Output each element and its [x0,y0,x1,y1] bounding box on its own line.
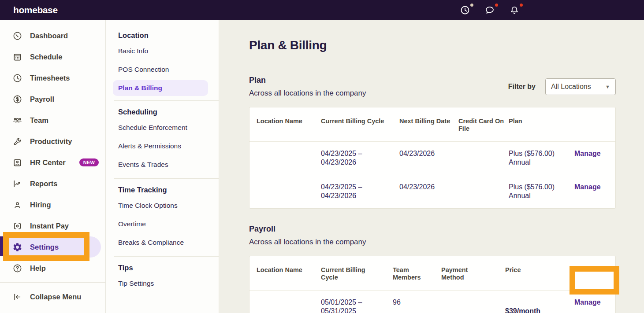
clock-icon [12,73,22,83]
plan-cell: Plus ($576.00) Annual [509,175,574,208]
manage-plan-link[interactable]: Manage [574,175,615,208]
active-indicator-bar [0,236,4,256]
manage-plan-link[interactable]: Manage [574,142,615,175]
dashboard-icon [12,31,22,41]
chart-icon [12,179,22,189]
settings-subnav: Location Basic Info POS Connection Plan … [106,20,219,313]
location-filter-select[interactable]: All Locations ▼ [545,78,616,95]
subnav-item-time-clock-options[interactable]: Time Clock Options [118,196,208,215]
subnav-item-breaks-compliance[interactable]: Breaks & Compliance [118,233,208,252]
billing-cycle-cell: 05/01/2025 – 05/31/2025 [321,291,393,313]
payroll-table-row: 05/01/2025 – 05/31/2025 96 $39/month +$6… [249,290,615,313]
subnav-heading-scheduling: Scheduling [118,107,208,117]
team-members-cell: 96 [393,291,441,313]
person-icon [12,200,22,210]
sidebar-item-reports[interactable]: Reports [0,173,105,194]
billing-cycle-cell: 04/23/2025 – 04/23/2026 [321,142,399,175]
subnav-item-basic-info[interactable]: Basic Info [118,42,208,60]
notifications-icon[interactable] [509,5,520,15]
subnav-divider [114,100,219,101]
payment-method-cell [441,291,505,313]
subnav-item-alerts-permissions[interactable]: Alerts & Permissions [118,137,208,155]
price-primary: $39/month [505,307,570,313]
next-billing-date-cell: 04/23/2026 [399,175,458,208]
title-divider [238,64,627,64]
price-cell: $39/month +$6/team member paid [505,291,574,313]
plan-cell: Plus ($576.00) Annual [509,142,574,175]
plan-table: Location Name Current Billing Cycle Next… [249,107,616,209]
subnav-heading-location: Location [118,30,208,40]
time-clock-icon[interactable] [460,5,470,15]
subnav-item-overtime[interactable]: Overtime [118,215,208,233]
messages-badge [495,4,498,7]
messages-icon[interactable] [484,5,495,15]
sidebar-divider [0,282,105,283]
plan-heading: Plan [249,76,366,85]
subnav-item-plan-billing[interactable]: Plan & Billing [113,80,208,96]
time-clock-badge [470,4,473,7]
plan-section: Plan Across all locations in the company… [249,76,616,209]
payroll-section: Payroll Across all locations in the comp… [249,225,616,313]
sidebar-item-productivity[interactable]: Productivity [0,131,105,152]
plan-subheading: Across all locations in the company [249,89,366,98]
payroll-heading: Payroll [249,225,616,234]
subnav-item-schedule-enforcement[interactable]: Schedule Enforcement [118,118,208,137]
sidebar-item-payroll[interactable]: Payroll [0,88,105,110]
filter-by-label: Filter by [508,83,536,91]
sidebar-item-settings[interactable]: Settings [4,236,101,258]
new-badge: NEW [79,158,99,166]
manage-payroll-link[interactable]: Manage [574,291,615,313]
sidebar-item-hr-center[interactable]: HR Center NEW [0,152,105,173]
topbar: homebase [0,0,644,20]
subnav-divider [114,256,219,257]
sidebar-item-timesheets[interactable]: Timesheets [0,67,105,88]
filter-selected-value: All Locations [551,83,591,91]
homebase-logo: homebase [13,5,58,15]
plan-table-row: 04/23/2025 – 04/23/2026 04/23/2026 Plus … [249,175,615,208]
plan-table-row: 04/23/2025 – 04/23/2026 04/23/2026 Plus … [249,141,615,175]
collapse-icon [12,292,22,302]
location-name-cell [249,142,321,175]
next-billing-date-cell: 04/23/2026 [399,142,458,175]
subnav-item-events-trades[interactable]: Events & Trades [118,155,208,174]
team-icon [12,115,22,125]
question-icon [12,263,22,273]
hr-card-icon [12,158,22,168]
location-name-cell [249,175,321,208]
page-title: Plan & Billing [249,38,616,52]
sidebar-item-dashboard[interactable]: Dashboard [0,25,105,46]
sidebar-item-instant-pay[interactable]: Instant Pay [0,215,105,236]
sidebar-item-help[interactable]: Help [0,258,105,279]
credit-card-cell [458,175,509,208]
payroll-subheading: Across all locations in the company [249,238,616,247]
main-content: Plan & Billing Plan Across all locations… [219,20,644,313]
subnav-divider [114,178,219,179]
subnav-item-tip-settings[interactable]: Tip Settings [118,274,208,293]
sidebar-item-schedule[interactable]: Schedule [0,46,105,67]
main-sidebar: Dashboard Schedule Timesheets Payroll Te… [0,20,106,313]
subnav-item-pos-connection[interactable]: POS Connection [118,60,208,79]
payroll-table: Location Name Current Billing Cycle Team… [249,256,616,313]
topbar-icons [460,5,520,15]
payroll-table-header: Location Name Current Billing Cycle Team… [249,256,615,290]
gear-icon [12,242,22,252]
wrench-icon [12,136,22,147]
plan-table-header: Location Name Current Billing Cycle Next… [249,107,615,141]
calendar-icon [12,52,22,62]
sidebar-item-hiring[interactable]: Hiring [0,194,105,215]
notifications-badge [520,4,523,7]
subnav-heading-time-tracking: Time Tracking [118,185,208,195]
billing-cycle-cell: 04/23/2025 – 04/23/2026 [321,175,399,208]
instant-pay-icon [12,221,22,231]
dollar-icon [12,94,22,104]
collapse-menu-button[interactable]: Collapse Menu [0,286,105,307]
chevron-down-icon: ▼ [605,84,610,89]
location-name-cell [249,291,321,313]
subnav-heading-tips: Tips [118,263,208,272]
credit-card-cell [458,142,509,175]
sidebar-item-team[interactable]: Team [0,110,105,131]
